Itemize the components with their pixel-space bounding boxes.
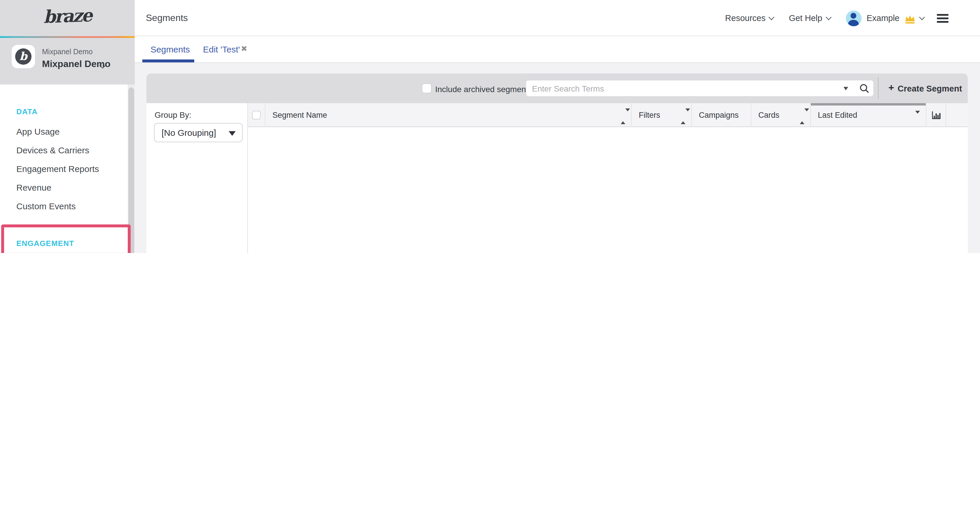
workspace-logo-icon: b bbox=[15, 48, 32, 65]
hamburger-menu-icon[interactable] bbox=[937, 14, 948, 22]
column-last-edited[interactable]: Last Edited bbox=[811, 103, 926, 127]
filter-toolbar: Include archived segments + Create Segme… bbox=[146, 73, 968, 103]
caret-down-icon bbox=[229, 131, 235, 136]
content-area: Include archived segments + Create Segme… bbox=[135, 63, 980, 253]
column-label: Segment Name bbox=[272, 111, 327, 119]
table-header-row: Segment Name Filters Campaigns Cards Las… bbox=[248, 103, 968, 127]
crown-icon bbox=[904, 14, 916, 24]
toolbar-divider bbox=[878, 78, 878, 99]
search-input[interactable] bbox=[526, 81, 873, 96]
sorted-column-indicator bbox=[811, 103, 926, 106]
chevron-down-icon[interactable] bbox=[769, 14, 775, 20]
sort-icon[interactable] bbox=[681, 111, 686, 122]
sort-desc-icon[interactable] bbox=[915, 114, 921, 124]
close-icon[interactable]: ✖ bbox=[241, 44, 247, 53]
resources-menu[interactable]: Resources bbox=[725, 13, 766, 23]
sidebar-item-revenue[interactable]: Revenue bbox=[16, 182, 121, 194]
get-help-menu[interactable]: Get Help bbox=[789, 13, 822, 23]
avatar-body bbox=[848, 19, 859, 26]
group-by-value: [No Grouping] bbox=[162, 128, 216, 138]
annotation-highlight-box bbox=[1, 224, 130, 253]
select-all-cell bbox=[248, 103, 266, 127]
column-cards[interactable]: Cards bbox=[751, 103, 811, 127]
workspace-label: Mixpanel Demo bbox=[42, 48, 93, 56]
braze-logo[interactable]: braze bbox=[0, 3, 135, 29]
workspace-selector[interactable]: b Mixpanel Demo Mixpanel Demo bbox=[0, 38, 135, 84]
user-name[interactable]: Example bbox=[867, 13, 899, 23]
column-label: Cards bbox=[758, 111, 780, 119]
workspace-icon: b bbox=[12, 45, 35, 68]
column-label: Filters bbox=[639, 111, 660, 119]
table-body-empty bbox=[248, 127, 968, 253]
include-archived-checkbox[interactable] bbox=[422, 83, 432, 93]
avatar-head bbox=[851, 13, 856, 18]
page-title: Segments bbox=[146, 13, 188, 23]
group-by-label: Group By: bbox=[154, 110, 191, 119]
chevron-down-icon[interactable] bbox=[919, 14, 925, 20]
column-campaigns[interactable]: Campaigns bbox=[692, 103, 751, 127]
sort-icon[interactable] bbox=[620, 111, 626, 122]
avatar[interactable] bbox=[846, 10, 861, 26]
search-icon[interactable] bbox=[859, 83, 870, 94]
search-dropdown-caret-icon[interactable] bbox=[843, 87, 848, 90]
sidebar-item-engagement-reports[interactable]: Engagement Reports bbox=[16, 163, 121, 175]
create-segment-button[interactable]: + Create Segment bbox=[883, 73, 968, 103]
sidebar-item-app-usage[interactable]: App Usage bbox=[16, 126, 121, 138]
chevron-down-icon[interactable] bbox=[826, 14, 831, 20]
group-by-select[interactable]: [No Grouping] bbox=[154, 123, 243, 142]
group-by-panel: Group By: [No Grouping] bbox=[146, 103, 248, 253]
sidebar-item-custom-events[interactable]: Custom Events bbox=[16, 200, 121, 212]
tab-segments[interactable]: Segments bbox=[151, 44, 190, 54]
include-archived-label[interactable]: Include archived segments bbox=[435, 84, 532, 94]
create-segment-label: Create Segment bbox=[898, 84, 962, 93]
column-analytics[interactable] bbox=[926, 103, 946, 127]
tab-bar: Segments Edit 'Test' ✖ bbox=[135, 36, 980, 63]
column-filters[interactable]: Filters bbox=[632, 103, 692, 127]
active-tab-underline bbox=[142, 59, 194, 62]
column-actions-empty bbox=[946, 103, 967, 127]
column-label: Last Edited bbox=[818, 111, 857, 119]
section-title-data: DATA bbox=[16, 107, 38, 117]
bar-chart-icon bbox=[931, 111, 940, 119]
plus-icon: + bbox=[888, 82, 894, 94]
column-segment-name[interactable]: Segment Name bbox=[266, 103, 632, 127]
tab-edit-test[interactable]: Edit 'Test' bbox=[203, 44, 240, 54]
sort-icon[interactable] bbox=[800, 111, 805, 122]
logo-bar: braze bbox=[0, 0, 135, 36]
column-label: Campaigns bbox=[699, 111, 739, 119]
top-right-menu: Resources Get Help Example bbox=[725, 0, 948, 36]
braze-dashboard: braze b Mixpanel Demo Mixpanel Demo DATA… bbox=[0, 0, 980, 253]
select-all-checkbox[interactable] bbox=[252, 111, 261, 119]
top-bar: Segments Resources Get Help Example bbox=[135, 0, 980, 36]
sidebar-item-devices-carriers[interactable]: Devices & Carriers bbox=[16, 144, 121, 156]
sidebar: braze b Mixpanel Demo Mixpanel Demo DATA… bbox=[0, 0, 135, 253]
segments-table: Segment Name Filters Campaigns Cards Las… bbox=[248, 103, 968, 253]
